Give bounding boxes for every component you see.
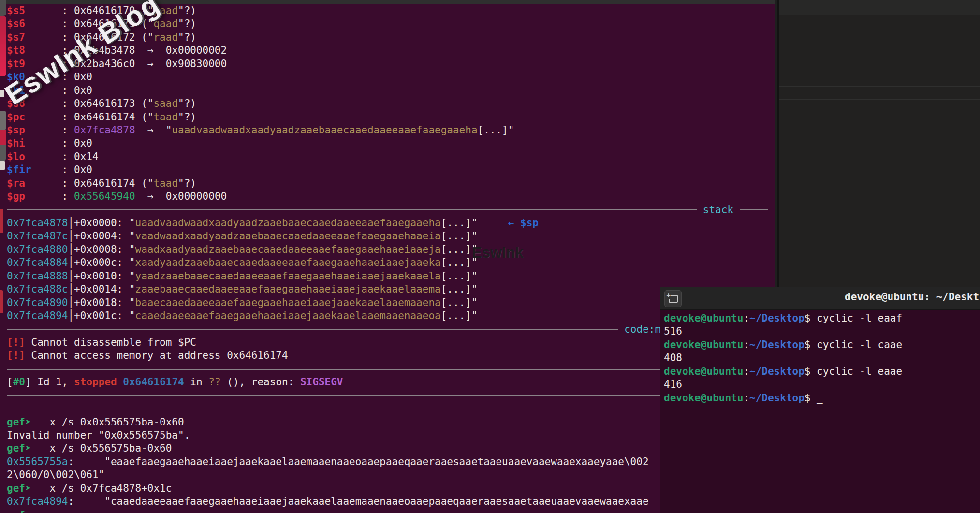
- terminal-line: 0x7fca488c│+0x0014: "zaaebaaecaaedaaeeaa…: [7, 283, 768, 296]
- desktop-screen: $s5 : 0x64616170 ("paad"?)$s6 : 0x646161…: [0, 0, 980, 513]
- terminal-line: [!] Cannot disassemble from $PC: [7, 336, 768, 349]
- terminal-line: [!] Cannot access memory at address 0x64…: [7, 349, 768, 362]
- terminal-line: gef➤: [7, 509, 768, 513]
- terminal-line: $k1 : 0x0: [7, 84, 768, 97]
- panel-divider: [779, 99, 980, 100]
- section-separator: stack: [7, 204, 768, 217]
- terminal-line: 2\060/0\002\061": [7, 469, 768, 482]
- terminal-line: 0x5565755a: "eaaefaaegaaehaaeiaaejaaekaa…: [7, 455, 768, 469]
- section-separator: code:mips: [7, 323, 768, 336]
- terminal-line: gef➤ x /s 0x556575ba-0x60: [7, 442, 768, 455]
- terminal-line: $lo : 0x14: [7, 150, 768, 163]
- terminal-line: $hi : 0x0: [7, 137, 768, 150]
- terminal-line: Invalid number "0x0x556575ba".: [7, 429, 768, 442]
- shell-terminal-titlebar: devoke@ubuntu: ~/Desktop: [660, 287, 980, 310]
- terminal-line: [7, 402, 768, 415]
- terminal-line: [#0] Id 1, stopped 0x64616174 in ?? (), …: [7, 376, 768, 389]
- dock-fragment: [0, 209, 3, 233]
- gef-terminal-window[interactable]: $s5 : 0x64616170 ("paad"?)$s6 : 0x646161…: [0, 0, 775, 513]
- terminal-line: 0x7fca487c│+0x0004: "vaadwaadxaadyaadzaa…: [7, 230, 768, 243]
- terminal-line: devoke@ubuntu:~/Desktop$ cyclic -l eaaf: [664, 312, 978, 325]
- terminal-line: 0x7fca4888│+0x0010: "yaadzaaebaaecaaedaa…: [7, 270, 768, 283]
- new-tab-icon: [669, 295, 678, 303]
- terminal-line: gef➤ x /s 0x0x556575ba-0x60: [7, 416, 768, 429]
- terminal-line: 516: [664, 325, 978, 338]
- terminal-line: $pc : 0x64616174 ("taad"?): [7, 111, 768, 124]
- dock-fragment: [0, 290, 3, 313]
- dock-fragment: [0, 130, 6, 145]
- terminal-line: $s8 : 0x64616173 ("saad"?): [7, 97, 768, 110]
- terminal-line: 416: [664, 378, 978, 391]
- terminal-line: devoke@ubuntu:~/Desktop$ cyclic -l caae: [664, 338, 978, 352]
- terminal-line: devoke@ubuntu:~/Desktop$ cyclic -l eaae: [664, 365, 978, 378]
- terminal-line: devoke@ubuntu:~/Desktop$ _: [664, 392, 978, 405]
- section-label: stack: [697, 204, 740, 217]
- terminal-line: $sp : 0x7fca4878 → "uaadvaadwaadxaadyaad…: [7, 124, 768, 137]
- terminal-line: $gp : 0x55645940 → 0x00000000: [7, 190, 768, 203]
- new-tab-button[interactable]: [664, 290, 682, 307]
- terminal-line: $t8 : 0x2b4b3478 → 0x00000002: [7, 44, 768, 57]
- terminal-line: $ra : 0x64616174 ("taad"?): [7, 177, 768, 190]
- dock-fragment: [0, 111, 6, 130]
- dock-fragment: [0, 145, 6, 161]
- shell-terminal-title: devoke@ubuntu: ~/Desktop: [845, 291, 980, 303]
- section-separator: trace: [7, 389, 768, 402]
- terminal-line: $t9 : 0x2ba436c0 → 0x90830000: [7, 58, 768, 71]
- terminal-line: 0x7fca4894│+0x001c: "caaedaaeeaaefaaegaa…: [7, 309, 768, 322]
- panel-divider: [779, 86, 980, 87]
- terminal-line: $fir : 0x0: [7, 163, 768, 176]
- gef-terminal-titlebar-edge: [0, 0, 775, 4]
- dock-fragment: [0, 161, 5, 170]
- watermark-small: EswInk: [472, 244, 524, 262]
- terminal-line: 0x7fca4878│+0x0000: "uaadvaadwaadxaadyaa…: [7, 217, 768, 230]
- shell-terminal-output: devoke@ubuntu:~/Desktop$ cyclic -l eaaf5…: [664, 312, 978, 405]
- gef-terminal-output: $s5 : 0x64616170 ("paad"?)$s6 : 0x646161…: [7, 4, 768, 513]
- terminal-line: 408: [664, 352, 978, 365]
- terminal-line: 0x7fca4894: "caaedaaeeaaefaaegaaehaaeiaa…: [7, 495, 768, 508]
- terminal-line: 0x7fca4880│+0x0008: "waadxaadyaadzaaebaa…: [7, 243, 768, 256]
- dock-fragment: [0, 16, 6, 76]
- terminal-line: gef➤ x /s 0x7fca4878+0x1c: [7, 482, 768, 495]
- section-separator: threads: [7, 363, 768, 376]
- terminal-line: $k0 : 0x0: [7, 71, 768, 84]
- terminal-line: 0x7fca4884│+0x000c: "xaadyaadzaaebaaecaa…: [7, 256, 768, 269]
- background-window-topstrip: [779, 0, 980, 15]
- terminal-line: 0x7fca4890│+0x0018: "baaecaaedaaeeaaefaa…: [7, 296, 768, 309]
- dock-fragment: [0, 0, 6, 16]
- shell-terminal-window[interactable]: devoke@ubuntu: ~/Desktop devoke@ubuntu:~…: [660, 287, 980, 513]
